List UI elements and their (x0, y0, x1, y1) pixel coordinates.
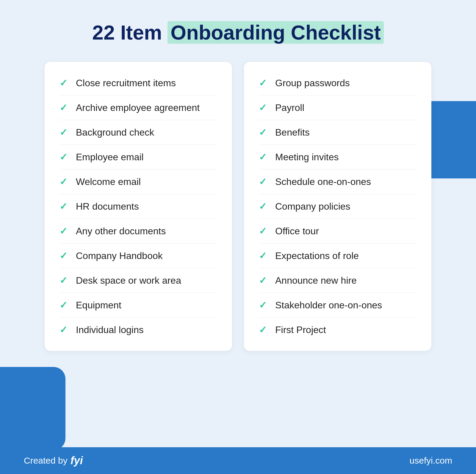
item-label: HR documents (76, 201, 139, 212)
item-label: Background check (76, 127, 154, 138)
list-item: ✓Payroll (259, 95, 416, 120)
check-icon: ✓ (259, 225, 267, 237)
check-icon: ✓ (60, 299, 68, 311)
list-item: ✓Archive employee agreement (60, 95, 217, 120)
item-label: Employee email (76, 152, 144, 163)
list-item: ✓Group passwords (259, 71, 416, 95)
item-label: Meeting invites (275, 152, 339, 163)
item-label: Desk space or work area (76, 275, 181, 286)
check-icon: ✓ (259, 275, 267, 286)
list-item: ✓HR documents (60, 194, 217, 219)
list-item: ✓Schedule one-on-ones (259, 169, 416, 194)
list-item: ✓Individual logins (60, 318, 217, 342)
check-icon: ✓ (259, 151, 267, 163)
title-area: 22 Item Onboarding Checklist (92, 21, 384, 44)
title-highlight: Onboarding Checklist (167, 21, 384, 44)
list-item: ✓Desk space or work area (60, 268, 217, 293)
list-item: ✓Any other documents (60, 219, 217, 244)
title-prefix: 22 Item (92, 21, 167, 44)
checklist-grid: ✓Close recruitment items✓Archive employe… (45, 62, 431, 351)
item-label: Equipment (76, 300, 121, 311)
check-icon: ✓ (259, 127, 267, 138)
item-label: Payroll (275, 102, 304, 113)
check-icon: ✓ (60, 275, 68, 286)
item-label: Any other documents (76, 226, 166, 237)
item-label: Company policies (275, 201, 350, 212)
list-item: ✓Close recruitment items (60, 71, 217, 95)
item-label: Close recruitment items (76, 78, 176, 89)
check-icon: ✓ (259, 102, 267, 113)
check-icon: ✓ (259, 77, 267, 89)
footer-website: usefyi.com (410, 456, 452, 466)
list-item: ✓Background check (60, 120, 217, 145)
item-label: Individual logins (76, 324, 144, 335)
check-icon: ✓ (259, 299, 267, 311)
check-icon: ✓ (60, 127, 68, 138)
item-label: First Project (275, 324, 326, 335)
check-icon: ✓ (60, 324, 68, 335)
item-label: Announce new hire (275, 275, 357, 286)
list-item: ✓Meeting invites (259, 145, 416, 169)
check-icon: ✓ (60, 102, 68, 113)
footer-created-by: Created by (24, 456, 68, 466)
page-title: 22 Item Onboarding Checklist (92, 21, 384, 44)
check-icon: ✓ (259, 250, 267, 261)
item-label: Expectations of role (275, 250, 359, 261)
list-item: ✓Employee email (60, 145, 217, 169)
list-item: ✓First Project (259, 318, 416, 342)
item-label: Archive employee agreement (76, 102, 200, 113)
list-item: ✓Equipment (60, 293, 217, 318)
check-icon: ✓ (259, 324, 267, 335)
main-content: 22 Item Onboarding Checklist ✓Close recr… (0, 0, 476, 351)
footer-brand: fyi (71, 454, 83, 467)
check-icon: ✓ (60, 176, 68, 187)
left-checklist-card: ✓Close recruitment items✓Archive employe… (45, 62, 232, 351)
list-item: ✓Announce new hire (259, 268, 416, 293)
item-label: Schedule one-on-ones (275, 176, 371, 187)
list-item: ✓Welcome email (60, 169, 217, 194)
check-icon: ✓ (60, 225, 68, 237)
list-item: ✓Stakeholder one-on-ones (259, 293, 416, 318)
check-icon: ✓ (60, 201, 68, 212)
item-label: Welcome email (76, 176, 141, 187)
list-item: ✓Expectations of role (259, 244, 416, 268)
footer: Created by fyi usefyi.com (0, 447, 476, 474)
check-icon: ✓ (259, 201, 267, 212)
footer-left: Created by fyi (24, 454, 83, 467)
item-label: Benefits (275, 127, 310, 138)
check-icon: ✓ (259, 176, 267, 187)
list-item: ✓Benefits (259, 120, 416, 145)
decorative-shape-left (0, 367, 65, 450)
check-icon: ✓ (60, 151, 68, 163)
check-icon: ✓ (60, 250, 68, 261)
list-item: ✓Office tour (259, 219, 416, 244)
check-icon: ✓ (60, 77, 68, 89)
item-label: Group passwords (275, 78, 350, 89)
item-label: Company Handbook (76, 250, 163, 261)
list-item: ✓Company Handbook (60, 244, 217, 268)
list-item: ✓Company policies (259, 194, 416, 219)
item-label: Stakeholder one-on-ones (275, 300, 382, 311)
right-checklist-card: ✓Group passwords✓Payroll✓Benefits✓Meetin… (244, 62, 431, 351)
item-label: Office tour (275, 226, 319, 237)
